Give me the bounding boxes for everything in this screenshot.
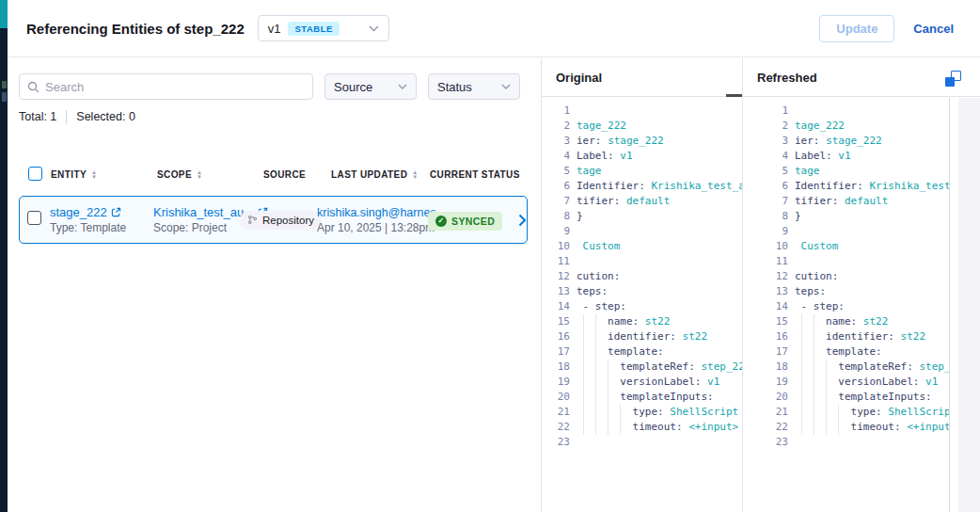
indent-guide — [814, 405, 814, 420]
column-header-current-status: CURRENT STATUS — [430, 169, 520, 180]
line-number: 2 — [743, 119, 788, 134]
status-filter-select[interactable]: Status — [428, 73, 520, 100]
code-line: 1 — [743, 104, 949, 119]
code-line: 23 — [743, 435, 949, 450]
line-number: 19 — [743, 375, 788, 390]
git-repo-icon — [247, 215, 258, 225]
code-line: 13teps: — [542, 284, 742, 299]
line-content: Label: v1 — [577, 149, 742, 164]
indent-guide — [814, 344, 814, 360]
chevron-down-icon — [369, 25, 379, 32]
cancel-button[interactable]: Cancel — [913, 22, 954, 36]
update-button[interactable]: Update — [819, 15, 894, 42]
indent-guide — [826, 375, 827, 390]
select-all-checkbox[interactable] — [28, 167, 42, 181]
refreshed-code-editor[interactable]: 12tage_2223ier: stage_2224Label: v15tage… — [743, 98, 950, 512]
horizontal-scrollbar-thumb[interactable] — [726, 94, 742, 97]
code-line: 13teps: — [743, 284, 949, 299]
table-row[interactable]: stage_222 Type: Template Krishika_test_a… — [19, 196, 528, 244]
entities-panel: Source Status Total: 1 Selected: 0 ENTIT… — [8, 58, 541, 512]
code-line: 15 name: st22 — [743, 314, 949, 329]
stable-badge: STABLE — [288, 22, 339, 36]
line-number: 15 — [743, 314, 788, 329]
left-nav-strip — [0, 0, 8, 512]
drawer-header: Referencing Entities of step_222 v1 STAB… — [8, 0, 980, 57]
indent-guide — [595, 375, 596, 390]
code-line: 2tage_222 — [542, 119, 742, 134]
nav-accent-bar — [0, 0, 8, 28]
line-number: 3 — [542, 134, 570, 149]
source-filter-label: Source — [334, 80, 372, 94]
code-line: 3ier: stage_222 — [542, 134, 742, 149]
version-select[interactable]: v1 STABLE — [258, 15, 389, 41]
line-content: template: — [795, 344, 949, 360]
line-content: versionLabel: v1 — [577, 375, 742, 390]
line-number: 16 — [743, 329, 788, 344]
divider — [66, 110, 67, 123]
original-panel-header: Original — [542, 58, 743, 97]
code-line: 11 — [743, 254, 949, 269]
line-content: Identifier: Krishika_test_aut — [577, 179, 742, 194]
updated-at: Apr 10, 2025 | 13:28pm — [317, 221, 428, 234]
filter-row: Source Status — [19, 73, 528, 100]
code-line: 19 versionLabel: v1 — [542, 375, 742, 390]
row-checkbox[interactable] — [27, 211, 41, 225]
original-code-editor[interactable]: 12tage_2223ier: stage_2224Label: v15tage… — [542, 98, 743, 512]
entity-link[interactable]: stage_222 — [50, 205, 107, 219]
nav-icon-sliver — [2, 92, 7, 102]
line-content: - step: — [577, 299, 742, 314]
line-number: 12 — [542, 269, 570, 284]
indent-guide — [608, 420, 609, 435]
check-icon: ✓ — [435, 216, 447, 227]
code-line: 6Identifier: Krishika_test_aut — [542, 179, 742, 194]
indent-guide — [801, 329, 802, 344]
indent-guide — [608, 360, 609, 375]
line-content: tifier: default — [795, 194, 949, 209]
line-content — [795, 224, 949, 239]
code-line: 12cution: — [542, 269, 742, 284]
source-filter-select[interactable]: Source — [324, 73, 417, 100]
indent-guide — [595, 390, 596, 405]
line-number: 20 — [542, 390, 570, 405]
line-content — [577, 104, 742, 119]
line-number: 6 — [542, 179, 570, 194]
code-line: 18 templateRef: step_222 — [542, 360, 742, 375]
line-content: Label: v1 — [795, 149, 949, 164]
code-line: 10 Custom — [743, 239, 949, 254]
indent-guide — [801, 420, 802, 435]
code-line: 17 template: — [542, 344, 742, 360]
code-line: 7tifier: default — [542, 194, 742, 209]
column-header-last-updated[interactable]: LAST UPDATED ▲▼ — [331, 169, 419, 180]
chevron-right-icon[interactable] — [518, 214, 532, 227]
search-box[interactable] — [19, 73, 313, 100]
indent-guide — [595, 405, 596, 420]
indent-guide — [595, 420, 596, 435]
code-line: 23 — [542, 435, 742, 450]
column-header-entity[interactable]: ENTITY ▲▼ — [51, 169, 97, 180]
line-content: template: — [577, 344, 742, 360]
code-line: 11 — [542, 254, 742, 269]
copy-icon[interactable] — [945, 71, 961, 87]
line-content — [795, 254, 949, 269]
code-line: 9 — [743, 224, 949, 239]
total-count: Total: 1 — [19, 110, 56, 123]
column-header-scope[interactable]: SCOPE ▲▼ — [157, 169, 202, 180]
indent-guide — [583, 329, 584, 344]
indent-guide — [838, 405, 839, 420]
line-content: type: ShellScript — [795, 405, 949, 420]
line-content: name: st22 — [577, 314, 742, 329]
line-number: 1 — [542, 104, 570, 119]
code-line: 15 name: st22 — [542, 314, 742, 329]
line-content: cution: — [577, 269, 742, 284]
indent-guide — [814, 390, 814, 405]
external-link-icon[interactable] — [111, 207, 121, 217]
line-content: tage — [795, 164, 949, 179]
indent-guide — [620, 405, 621, 420]
search-input[interactable] — [45, 80, 305, 94]
line-number: 18 — [542, 360, 570, 375]
indent-guide — [620, 420, 621, 435]
counts-row: Total: 1 Selected: 0 — [19, 110, 528, 123]
scope-link[interactable]: Krishika_test_au... — [153, 205, 254, 219]
line-content — [577, 254, 742, 269]
line-content: identifier: st22 — [795, 329, 949, 344]
